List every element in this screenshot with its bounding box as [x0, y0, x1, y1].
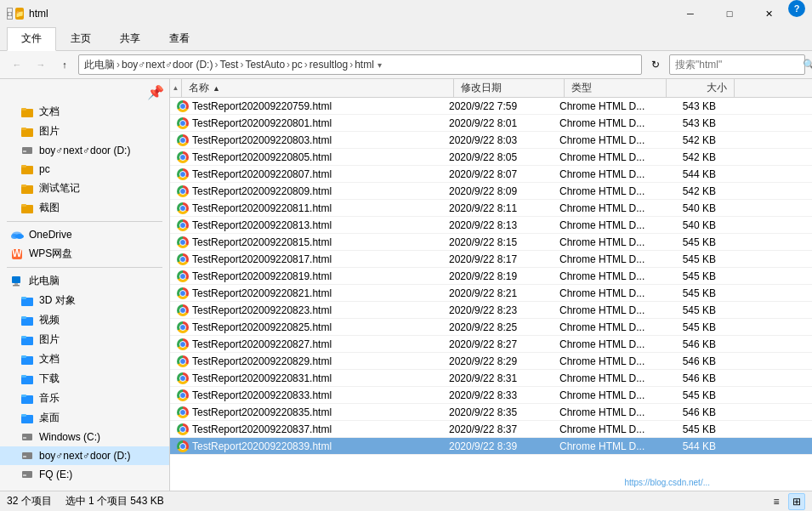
col-header-size[interactable]: 大小: [667, 79, 735, 97]
sidebar-item-onedrive[interactable]: OneDrive: [0, 225, 169, 244]
table-row[interactable]: TestReport202009220835.html2020/9/22 8:3…: [170, 404, 812, 421]
table-row[interactable]: TestReport202009220815.html2020/9/22 8:1…: [170, 234, 812, 251]
sidebar-item-drive-c[interactable]: Windows (C:): [0, 428, 169, 446]
file-type-cell: Chrome HTML D...: [553, 166, 655, 182]
search-input[interactable]: [675, 59, 803, 71]
file-date-cell: 2020/9/22 8:37: [442, 421, 553, 437]
sidebar-item-desktop[interactable]: 桌面: [0, 408, 169, 428]
table-row[interactable]: TestReport202009220805.html2020/9/22 8:0…: [170, 149, 812, 166]
tab-share[interactable]: 共享: [105, 27, 155, 50]
svg-rect-17: [12, 276, 20, 283]
file-date-cell: 2020/9/22 8:29: [442, 353, 553, 369]
table-row[interactable]: TestReport202009220837.html2020/9/22 8:3…: [170, 421, 812, 438]
table-row[interactable]: TestReport202009220803.html2020/9/22 8:0…: [170, 132, 812, 149]
svg-rect-9: [21, 185, 26, 187]
svg-rect-23: [21, 316, 26, 319]
sidebar-item-drive-e[interactable]: FQ (E:): [0, 465, 169, 484]
sidebar-item-music[interactable]: 音乐: [0, 389, 169, 408]
sidebar-item-3d[interactable]: 3D 对象: [0, 291, 169, 310]
table-row[interactable]: TestReport202009220827.html2020/9/22 8:2…: [170, 336, 812, 353]
folder-icon-pc: [20, 162, 34, 176]
table-row[interactable]: TestReport202009220831.html2020/9/22 8:3…: [170, 370, 812, 387]
sidebar-item-drive-d2[interactable]: boy♂next♂door (D:): [0, 446, 169, 465]
address-path[interactable]: 此电脑 › boy♂next♂door (D:) › Test › TestAu…: [78, 54, 642, 75]
table-row[interactable]: TestReport202009220801.html2020/9/22 8:0…: [170, 115, 812, 132]
table-row[interactable]: TestReport202009220813.html2020/9/22 8:1…: [170, 217, 812, 234]
sidebar-item-drive-d[interactable]: boy♂next♂door (D:): [0, 141, 169, 160]
sidebar-item-downloads[interactable]: 下载: [0, 369, 169, 389]
svg-rect-11: [21, 204, 26, 207]
maximize-button[interactable]: □: [710, 0, 749, 27]
table-row[interactable]: TestReport202009220839.html2020/9/22 8:3…: [170, 438, 812, 455]
file-type-cell: Chrome HTML D...: [553, 353, 655, 369]
table-row[interactable]: TestReport202009220817.html2020/9/22 8:1…: [170, 251, 812, 268]
back-button[interactable]: ←: [7, 54, 27, 75]
table-row[interactable]: TestReport202009220829.html2020/9/22 8:2…: [170, 353, 812, 370]
status-bar-right: ≡ ⊞: [768, 493, 805, 510]
sidebar-item-documents2[interactable]: 文档: [0, 349, 169, 369]
help-button[interactable]: ?: [788, 0, 805, 17]
pin-icon[interactable]: 📌: [147, 84, 164, 100]
col-header-name[interactable]: 名称 ▲: [182, 79, 454, 97]
file-type-cell: Chrome HTML D...: [553, 251, 655, 267]
chrome-icon: [177, 117, 189, 129]
view-details-button[interactable]: ≡: [768, 493, 785, 510]
table-row[interactable]: TestReport202009220823.html2020/9/22 8:2…: [170, 302, 812, 319]
file-type-cell: Chrome HTML D...: [553, 336, 655, 352]
file-size-cell: 546 KB: [655, 353, 723, 369]
file-size-cell: 543 KB: [655, 98, 723, 114]
minimize-button[interactable]: ─: [671, 0, 710, 27]
file-name-cell: TestReport202009220837.html: [170, 421, 442, 437]
status-selected: 选中 1 个项目 543 KB: [65, 494, 164, 508]
sidebar-item-videos[interactable]: 视频: [0, 310, 169, 330]
file-size-cell: 542 KB: [655, 149, 723, 165]
refresh-button[interactable]: ↻: [645, 54, 666, 75]
col-header-type[interactable]: 类型: [565, 79, 667, 97]
table-row[interactable]: TestReport202009220833.html2020/9/22 8:3…: [170, 387, 812, 404]
tab-home[interactable]: 主页: [56, 27, 105, 50]
table-row[interactable]: TestReport202009220759.html2020/9/22 7:5…: [170, 98, 812, 115]
sidebar-item-screenshots[interactable]: 截图: [0, 198, 169, 218]
file-name-cell: TestReport202009220813.html: [170, 217, 442, 233]
table-row[interactable]: TestReport202009220819.html2020/9/22 8:1…: [170, 268, 812, 285]
folder-icon-pictures2: [20, 333, 34, 347]
sidebar-item-thispc[interactable]: 此电脑: [0, 271, 169, 291]
sidebar-label-drive-d: boy♂next♂door (D:): [39, 145, 162, 156]
close-button[interactable]: ✕: [749, 0, 788, 27]
search-box[interactable]: 🔍: [669, 54, 805, 75]
sidebar-item-notes[interactable]: 测试笔记: [0, 179, 169, 198]
table-row[interactable]: TestReport202009220809.html2020/9/22 8:0…: [170, 183, 812, 200]
table-row[interactable]: TestReport202009220821.html2020/9/22 8:2…: [170, 285, 812, 302]
path-segment-drive: boy♂next♂door (D:): [122, 59, 213, 71]
sidebar-label-thispc: 此电脑: [29, 274, 162, 288]
sidebar-item-wps[interactable]: W WPS网盘: [0, 244, 169, 264]
sidebar-item-documents[interactable]: 文档: [0, 102, 169, 122]
file-type-cell: Chrome HTML D...: [553, 98, 655, 114]
thispc-icon: [10, 275, 24, 288]
sidebar-label-onedrive: OneDrive: [29, 229, 162, 241]
tab-file[interactable]: 文件: [7, 27, 56, 51]
drive-icon-d2: [20, 449, 34, 463]
sidebar-label-desktop: 桌面: [39, 411, 162, 425]
file-size-cell: 546 KB: [655, 336, 723, 352]
sidebar-item-pictures[interactable]: 图片: [0, 122, 169, 141]
title-bar-controls: ─ □ ✕ ?: [671, 0, 805, 27]
svg-rect-39: [23, 474, 26, 476]
file-list[interactable]: TestReport202009220759.html2020/9/22 7:5…: [170, 98, 812, 491]
sidebar-item-pc[interactable]: pc: [0, 160, 169, 179]
file-name: TestReport202009220823.html: [192, 304, 332, 316]
file-size-cell: 545 KB: [655, 285, 723, 301]
sidebar-item-pictures2[interactable]: 图片: [0, 330, 169, 349]
forward-button[interactable]: →: [31, 54, 51, 75]
file-size-cell: 545 KB: [655, 387, 723, 403]
tab-view[interactable]: 查看: [155, 27, 204, 50]
table-row[interactable]: TestReport202009220811.html2020/9/22 8:1…: [170, 200, 812, 217]
folder-icon-3d: [20, 294, 34, 308]
up-button[interactable]: ↑: [54, 54, 75, 75]
table-row[interactable]: TestReport202009220825.html2020/9/22 8:2…: [170, 319, 812, 336]
table-row[interactable]: TestReport202009220807.html2020/9/22 8:0…: [170, 166, 812, 183]
col-header-date[interactable]: 修改日期: [454, 79, 565, 97]
sidebar-label-3d: 3D 对象: [39, 293, 162, 308]
view-tiles-button[interactable]: ⊞: [788, 493, 805, 510]
file-size-cell: 540 KB: [655, 217, 723, 233]
